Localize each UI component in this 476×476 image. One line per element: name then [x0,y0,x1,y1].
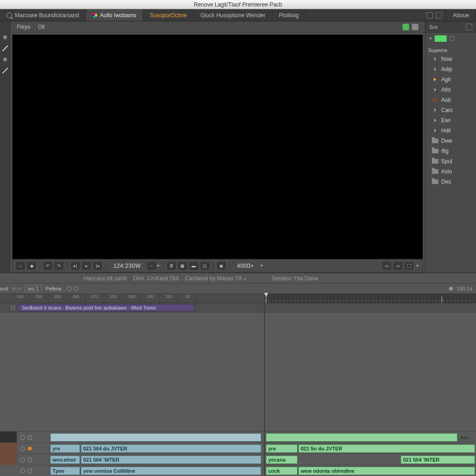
video-viewport[interactable] [12,34,423,259]
track-thumbnail[interactable] [0,454,17,465]
tool-icon[interactable] [3,58,7,61]
chevron-down-icon[interactable] [429,38,432,40]
clip[interactable]: yecana [266,456,298,464]
clip[interactable]: yre [266,444,298,453]
toolbar-dropdown[interactable]: Pefens [46,286,63,291]
sequence-clip[interactable]: Sedbaod d doara · Bwams poid ber aobakaw… [18,304,194,311]
clip[interactable]: 021 5n du JVTER [298,444,475,453]
asset-item[interactable]: Ifig [425,146,476,156]
track-value-cell[interactable]: 021 504 'WTER [81,456,261,464]
timeline-ruler-left[interactable]: 10020020030037022020030032000 [0,294,264,303]
ruler-tick: 100 [11,294,30,303]
panel-menu-icon[interactable] [466,24,472,30]
asset-item[interactable]: Spul [425,156,476,166]
asset-item[interactable]: Aslo [425,166,476,177]
asset-item[interactable]: Atlo [425,85,476,95]
timecode-display[interactable]: 124:230W [110,263,145,269]
undo-icon[interactable]: ↶ [44,262,52,270]
ruler-tick: 370 [86,294,104,303]
workspace-tab-3[interactable]: SusoporOctme [143,9,194,21]
asset-label: Carc [441,107,453,113]
meta-field[interactable]: Canfared by Manas TA [185,275,246,282]
list-view-icon[interactable]: ≣ [167,262,176,270]
layout-icon[interactable] [426,12,433,19]
asset-item[interactable]: Aob [425,95,476,105]
tool-icon[interactable] [2,46,8,51]
lock-icon[interactable] [28,435,32,440]
expand-icon[interactable] [11,306,15,310]
right-panel-title: Sce [429,24,438,30]
timeline-right: Amyre021 5n du JVTERyecana021 504 'INTER… [265,294,476,476]
visibility-icon[interactable] [20,469,25,473]
square-icon[interactable] [450,36,454,41]
step-back-icon[interactable]: ◂∣ [71,262,79,270]
option-label[interactable]: Oll [38,24,45,30]
asset-item[interactable]: Carc [425,105,476,115]
track-value-cell[interactable]: 021 504 du JVTER [81,444,261,453]
grid-view-icon[interactable]: ▦ [178,262,187,270]
lock-icon[interactable] [28,457,32,462]
layout-icon-2[interactable] [436,12,442,19]
chevron-down-icon[interactable] [416,265,419,267]
clip[interactable]: wew odonta obiredine [298,467,475,475]
playback-rate[interactable]: 4000> [233,263,258,269]
track-span-clip[interactable] [50,433,261,442]
track-name-cell[interactable]: Tpee [50,467,80,475]
visibility-icon[interactable] [20,457,25,462]
track-thumbnail[interactable] [0,443,17,454]
fullscreen-icon[interactable]: ⛶ [405,262,413,270]
toolbar-chip[interactable]: wo 1 [25,285,42,292]
visibility-icon[interactable] [20,446,25,451]
asset-item[interactable]: Adip [425,64,476,74]
visibility-icon[interactable] [20,435,25,440]
record-icon[interactable] [28,447,32,450]
workspace-tab-5[interactable]: Ptolking [272,9,306,21]
workspace-tab-color[interactable]: Aullo Iwobams [86,9,143,21]
playhead-icon[interactable] [266,294,266,303]
dual-view-icon[interactable]: ◫ [201,262,209,270]
track-name-cell[interactable]: wov.elnor [50,456,80,464]
timeline-ruler-right[interactable] [265,294,476,303]
track-name-cell[interactable]: yre [50,444,80,453]
asset-item[interactable]: Hdil [425,126,476,136]
pin-icon[interactable] [449,287,453,291]
clip-icon [432,97,438,103]
clip[interactable]: cock [266,467,298,475]
workspace-tab-about[interactable]: Aboue [446,9,476,21]
marker-icon[interactable]: ◆ [27,262,36,270]
render-status-icon[interactable] [403,24,409,30]
asset-item[interactable]: Ewr [425,115,476,126]
single-view-icon[interactable]: ▬ [190,262,198,270]
tool-icon[interactable] [3,35,7,39]
timeline-empty-area-right[interactable] [265,312,476,431]
home-icon[interactable]: ⌂ [16,262,25,270]
asset-item[interactable]: Des [425,177,476,187]
track-value-cell[interactable]: yew uvmisa Colifdine [81,467,261,475]
asset-item[interactable]: Aglr [425,74,476,85]
step-fwd-icon[interactable]: ∣▸ [93,262,102,270]
asset-item[interactable]: Now [425,54,476,64]
monitor-icon-2[interactable]: ▭ [394,262,402,270]
workspace-tab-4[interactable]: Glock Husoptione Wender [194,9,272,21]
lock-icon[interactable] [28,469,32,473]
timeline-empty-area[interactable] [0,312,264,431]
asset-label: Ifig [441,148,449,154]
play-icon[interactable]: ▸ [82,262,91,270]
filter-chip-icon[interactable] [435,35,447,42]
monitor-icon[interactable]: ▭ [383,262,391,270]
globe-icon[interactable]: ◉ [217,262,225,270]
toolbar-readout: 190 14 [456,286,472,291]
track-thumbnail[interactable] [0,431,17,443]
clip[interactable]: 021 504 'INTER [401,456,475,464]
asset-item[interactable]: Dwe [425,136,476,146]
tool-icon[interactable] [2,68,8,73]
chevron-down-icon[interactable] [260,265,263,267]
keyframe-icon[interactable] [73,286,78,291]
workspace-tab-search[interactable]: Marcowe Boundickarsand [0,9,86,21]
keyframe-icon[interactable] [67,286,72,291]
settings-icon[interactable] [412,24,418,30]
option-label[interactable]: Fleyo [17,24,30,30]
timecode-dropdown[interactable]: – [147,262,159,270]
clip[interactable] [266,433,457,442]
redo-icon[interactable]: ↷ [55,262,63,270]
